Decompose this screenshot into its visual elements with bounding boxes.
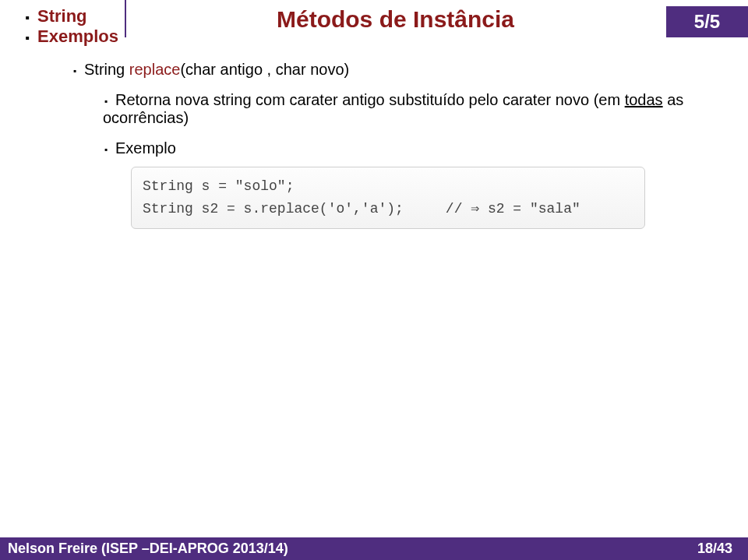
desc-prefix: Retorna nova string com carater antigo s…: [115, 91, 625, 108]
example-label-row: ▪Exemplo: [72, 139, 748, 157]
subtopic-label: ▪Exemplos: [23, 26, 125, 47]
page-title: Métodos de Instância: [125, 6, 666, 33]
sig-method: replace: [129, 61, 181, 78]
topic-text: String: [37, 6, 87, 26]
section-page-indicator: 5/5: [666, 6, 748, 37]
footer-right: 18/43: [697, 541, 732, 557]
example-label: Exemplo: [115, 139, 176, 157]
footer-left: Nelson Freire (ISEP –DEI-APROG 2013/14): [8, 541, 288, 557]
code-box: String s = "solo"; String s2 = s.replace…: [131, 167, 645, 229]
bullet-icon: ▪: [23, 11, 31, 25]
sig-suffix: (char antigo , char novo): [180, 61, 349, 78]
desc-under: todas: [625, 91, 663, 108]
description-row: ▪Retorna nova string com carater antigo …: [72, 91, 748, 127]
bullet-icon: ▪: [72, 65, 78, 76]
method-signature-row: ▪String replace(char antigo , char novo): [72, 61, 748, 79]
bullet-icon: ▪: [103, 96, 109, 107]
header: ▪String ▪Exemplos Métodos de Instância 5…: [0, 0, 748, 47]
content-area: ▪String replace(char antigo , char novo)…: [0, 47, 748, 229]
bullet-icon: ▪: [103, 144, 109, 155]
code-right: s2 = "sala": [479, 201, 580, 217]
topic-label: ▪String: [23, 6, 125, 26]
code-line-2: String s2 = s.replace('o','a'); // ⇒ s2 …: [143, 198, 633, 220]
footer: Nelson Freire (ISEP –DEI-APROG 2013/14) …: [0, 537, 748, 560]
code-left: String s2 = s.replace('o','a');: [143, 201, 404, 217]
bullet-icon: ▪: [23, 31, 31, 45]
subtopic-text: Exemplos: [37, 26, 118, 46]
code-line-1: String s = "solo";: [143, 175, 633, 198]
arrow-icon: ⇒: [471, 201, 479, 217]
sig-prefix: String: [84, 61, 129, 78]
vertical-divider: [125, 0, 126, 37]
